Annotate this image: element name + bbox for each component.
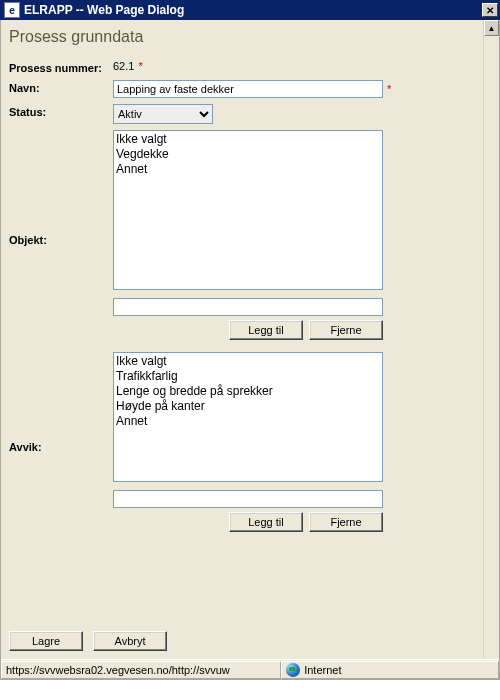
- page-title: Prosess grunndata: [9, 28, 479, 46]
- avvik-remove-button[interactable]: Fjerne: [309, 512, 383, 532]
- objekt-label: Objekt:: [9, 130, 113, 350]
- avvik-label: Avvik:: [9, 352, 113, 542]
- status-select[interactable]: Aktiv: [113, 104, 213, 124]
- close-button[interactable]: ✕: [482, 3, 498, 17]
- avvik-add-button[interactable]: Legg til: [229, 512, 303, 532]
- row-prosess-nummer: Prosess nummer: 62.1 *: [9, 60, 479, 74]
- required-marker: *: [387, 83, 391, 95]
- list-item[interactable]: Ikke valgt: [116, 354, 380, 369]
- section-avvik: Avvik: Ikke valgt Trafikkfarlig Lenge og…: [9, 352, 479, 542]
- list-item[interactable]: Lenge og bredde på sprekker: [116, 384, 380, 399]
- ie-page-icon: e: [4, 2, 20, 18]
- status-label: Status:: [9, 104, 113, 118]
- section-objekt: Objekt: Ikke valgt Vegdekke Annet Legg t…: [9, 130, 479, 350]
- content: Prosess grunndata Prosess nummer: 62.1 *…: [1, 20, 499, 679]
- status-zone-label: Internet: [304, 664, 341, 676]
- list-item[interactable]: Trafikkfarlig: [116, 369, 380, 384]
- title-bar: e ELRAPP -- Web Page Dialog ✕: [0, 0, 500, 20]
- footer-actions: Lagre Avbryt: [9, 631, 167, 651]
- row-navn: Navn: *: [9, 80, 479, 98]
- save-button[interactable]: Lagre: [9, 631, 83, 651]
- list-item[interactable]: Vegdekke: [116, 147, 380, 162]
- status-bar: https://svvwebsra02.vegvesen.no/http://s…: [1, 659, 499, 679]
- globe-icon: [286, 663, 300, 677]
- status-url: https://svvwebsra02.vegvesen.no/http://s…: [1, 661, 281, 679]
- avvik-listbox[interactable]: Ikke valgt Trafikkfarlig Lenge og bredde…: [113, 352, 383, 482]
- objekt-input[interactable]: [113, 298, 383, 316]
- cancel-button[interactable]: Avbryt: [93, 631, 167, 651]
- list-item[interactable]: Ikke valgt: [116, 132, 380, 147]
- navn-label: Navn:: [9, 80, 113, 94]
- prosess-nummer-label: Prosess nummer:: [9, 60, 113, 74]
- list-item[interactable]: Annet: [116, 162, 380, 177]
- navn-input[interactable]: [113, 80, 383, 98]
- status-zone: Internet: [281, 661, 499, 679]
- list-item[interactable]: Annet: [116, 414, 380, 429]
- list-item[interactable]: Høyde på kanter: [116, 399, 380, 414]
- required-marker: *: [138, 60, 142, 72]
- avvik-input[interactable]: [113, 490, 383, 508]
- objekt-add-button[interactable]: Legg til: [229, 320, 303, 340]
- window-title: ELRAPP -- Web Page Dialog: [24, 3, 482, 17]
- objekt-listbox[interactable]: Ikke valgt Vegdekke Annet: [113, 130, 383, 290]
- row-status: Status: Aktiv: [9, 104, 479, 124]
- prosess-nummer-value: 62.1: [113, 60, 134, 72]
- objekt-remove-button[interactable]: Fjerne: [309, 320, 383, 340]
- client-area: ▲ ▼ Prosess grunndata Prosess nummer: 62…: [0, 20, 500, 680]
